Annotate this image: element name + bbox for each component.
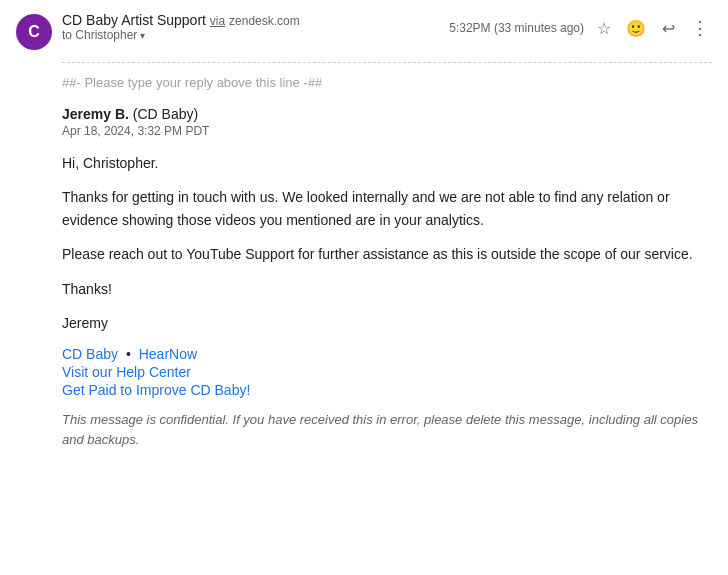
confidential-notice: This message is confidential. If you hav… xyxy=(62,410,712,449)
greeting: Hi, Christopher. xyxy=(62,152,712,174)
paragraph1: Thanks for getting in touch with us. We … xyxy=(62,186,712,231)
star-icon[interactable]: ☆ xyxy=(592,16,616,40)
chevron-down-icon: ▾ xyxy=(140,30,145,41)
cd-baby-link[interactable]: CD Baby xyxy=(62,346,118,362)
emoji-icon[interactable]: 🙂 xyxy=(624,16,648,40)
message-sender-line: Jeremy B. (CD Baby) xyxy=(62,106,712,122)
to-text: to Christopher xyxy=(62,28,137,42)
message-sender-org-text: (CD Baby) xyxy=(133,106,198,122)
hearnow-link[interactable]: HearNow xyxy=(139,346,197,362)
message-sender-name: Jeremy B. xyxy=(62,106,129,122)
help-center-link[interactable]: Visit our Help Center xyxy=(62,364,191,380)
sender-info: CD Baby Artist Support via zendesk.com t… xyxy=(62,12,300,42)
reply-instruction: ##- Please type your reply above this li… xyxy=(62,75,712,90)
header-left: C CD Baby Artist Support via zendesk.com… xyxy=(16,12,300,50)
email-container: C CD Baby Artist Support via zendesk.com… xyxy=(0,0,728,481)
divider xyxy=(62,62,712,63)
reply-icon[interactable]: ↩ xyxy=(656,16,680,40)
links-section: CD Baby • HearNow Visit our Help Center … xyxy=(62,346,712,398)
more-options-icon[interactable]: ⋮ xyxy=(688,16,712,40)
sign-off: Jeremy xyxy=(62,312,712,334)
paragraph2: Please reach out to YouTube Support for … xyxy=(62,243,712,265)
message-date: Apr 18, 2024, 3:32 PM PDT xyxy=(62,124,712,138)
sender-name-line: CD Baby Artist Support via zendesk.com xyxy=(62,12,300,28)
avatar: C xyxy=(16,14,52,50)
via-domain: zendesk.com xyxy=(229,14,300,28)
links-row-1: CD Baby • HearNow xyxy=(62,346,712,362)
link-separator: • xyxy=(126,346,131,362)
timestamp: 5:32PM (33 minutes ago) xyxy=(449,21,584,35)
sender-display-name: CD Baby Artist Support xyxy=(62,12,206,28)
links-row-3: Get Paid to Improve CD Baby! xyxy=(62,382,712,398)
email-header: C CD Baby Artist Support via zendesk.com… xyxy=(16,12,712,50)
body-text: Hi, Christopher. Thanks for getting in t… xyxy=(62,152,712,334)
via-text[interactable]: via xyxy=(210,14,225,28)
links-row-2: Visit our Help Center xyxy=(62,364,712,380)
to-line[interactable]: to Christopher ▾ xyxy=(62,28,300,42)
thanks: Thanks! xyxy=(62,278,712,300)
header-actions: 5:32PM (33 minutes ago) ☆ 🙂 ↩ ⋮ xyxy=(449,12,712,40)
email-body: Jeremy B. (CD Baby) Apr 18, 2024, 3:32 P… xyxy=(62,106,712,469)
get-paid-link[interactable]: Get Paid to Improve CD Baby! xyxy=(62,382,250,398)
